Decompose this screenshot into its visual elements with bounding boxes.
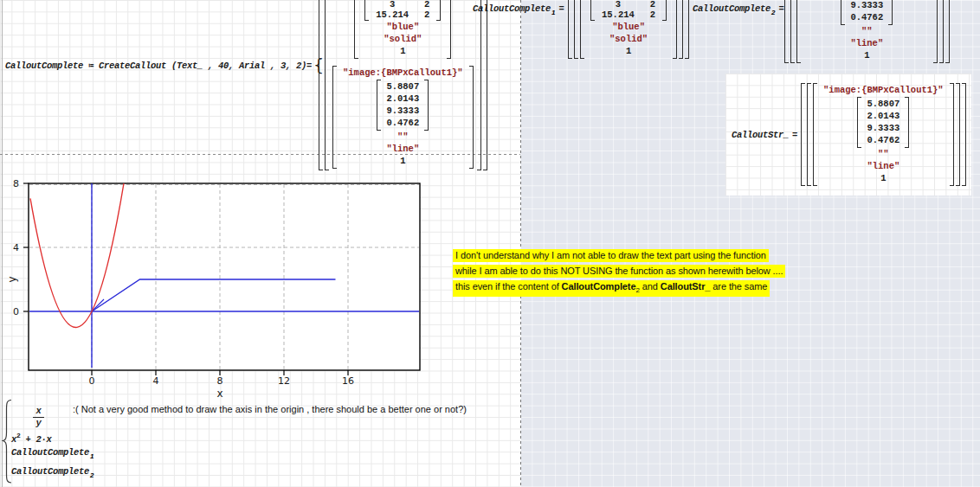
bracket-left-icon: [568, 0, 572, 59]
x-tick-label: 4: [153, 375, 159, 387]
calloutstr-region[interactable]: CalloutStr_ = "image:{BMPxCallout1}" 5.8…: [725, 74, 971, 195]
callout2-label[interactable]: CalloutComplete 2 =: [693, 3, 783, 14]
system-item-callout1[interactable]: CalloutComplete 1: [11, 447, 94, 458]
bracket-left-icon: [319, 0, 323, 170]
poly-rest: + 2·x: [21, 434, 52, 445]
empty-string: "": [878, 149, 889, 160]
style-string: "line": [850, 38, 883, 49]
vector-value: 9.3333: [386, 106, 419, 117]
x-tick-label: 16: [342, 375, 354, 387]
subscript: 1: [551, 9, 555, 16]
subscript: 2: [771, 9, 775, 16]
bracket-right-icon: [685, 0, 689, 59]
bracket-right-icon: [477, 0, 481, 170]
plot-frame: [29, 183, 420, 370]
y-tick-label: 8: [13, 178, 19, 189]
bracket-right-icon: [905, 97, 909, 148]
bracket-right-icon: [939, 0, 944, 63]
bracket-right-icon: [447, 0, 451, 59]
y-axis-label: y: [6, 276, 18, 282]
style-string: "line": [386, 144, 419, 155]
scale-number: 1: [880, 173, 886, 184]
bracket-right-icon: [424, 80, 429, 131]
bracket-right-icon: [956, 83, 960, 186]
style-string: "line": [867, 161, 899, 172]
yellow-note-region[interactable]: I don't understand why I am not able to …: [453, 249, 785, 299]
subscript: 2: [90, 471, 93, 479]
bracket-left-icon: [325, 0, 329, 170]
system-item-callout2[interactable]: CalloutComplete 2: [11, 466, 94, 477]
empty-string: "": [861, 26, 873, 37]
y-tick-label: 4: [13, 242, 19, 253]
x-tick-label: 12: [278, 375, 290, 387]
scale-number: 1: [864, 50, 869, 61]
plain-note-region[interactable]: :( Not a very good method to draw the ax…: [73, 404, 467, 414]
bracket-left-icon: [790, 0, 795, 63]
bracket-left-icon: [801, 83, 805, 186]
calloutstr-result-structure: "image:{BMPxCallout1}" 5.8807 2.0143 9.3…: [801, 83, 966, 186]
bracket-left-icon: [590, 0, 595, 21]
variable-name: CalloutComplete: [11, 466, 89, 477]
bracket-right-icon: [662, 0, 667, 21]
note-line-3: this even if the content of CalloutCompl…: [453, 280, 770, 297]
bracket-left-icon: [574, 0, 578, 59]
bracket-left-icon: [796, 0, 801, 63]
image-string: "image:{BMPxCallout1}": [343, 67, 463, 79]
main-definition-region[interactable]: CalloutComplete ≔ CreateCallout (Text_ ,…: [5, 55, 324, 74]
scale-number: 1: [626, 46, 631, 57]
vector-value: 0.4762: [386, 118, 419, 129]
callout-element-2: "image:{BMPxCallout1}" 5.8807 2.0143 9.3…: [332, 66, 474, 169]
system-item-fraction[interactable]: x y: [33, 401, 44, 428]
callout-element-2: "image:{BMPxCallout1}" 5.8807 2.0143 9.3…: [796, 0, 938, 63]
color-string: "blue": [386, 22, 419, 33]
callout1-result-structure[interactable]: 3 2 15.214 2 "blue" "solid" 1: [568, 0, 689, 59]
bracket-right-icon: [436, 0, 441, 21]
bracket-right-icon: [679, 0, 683, 59]
callout1-label[interactable]: CalloutComplete 1 =: [473, 3, 564, 14]
matrix-cell: 15.214: [376, 10, 409, 20]
bracket-right-icon: [933, 0, 938, 63]
bracket-left-icon: [784, 0, 789, 63]
vector-value: 9.3333: [867, 123, 899, 134]
main-result-structure[interactable]: 3 2 15.214 2 "blue" "solid" 1: [319, 0, 487, 170]
bracket-right-icon: [673, 0, 677, 59]
callout-element-2: "image:{BMPxCallout1}" 5.8807 2.0143 9.3…: [813, 83, 954, 186]
bracket-left-icon: [377, 80, 381, 131]
bracket-left-icon: [813, 83, 817, 186]
bracket-right-icon: [483, 0, 487, 170]
bracket-right-icon: [950, 83, 954, 186]
fraction-denominator: y: [35, 419, 41, 428]
bracket-left-icon: [332, 66, 337, 169]
xy-plot-region[interactable]: 8 4 0 0 4 8 12 16 x y: [0, 177, 433, 400]
note-line-2: while I am able to do this NOT USING the…: [453, 265, 785, 278]
callout2-result-structure[interactable]: "image:{BMPxCallout1}" 5.8807 2.0143 9.3…: [784, 0, 950, 63]
matrix-cell: 3: [616, 0, 621, 10]
x-tick-label: 0: [89, 375, 95, 387]
page-margin-line[interactable]: [520, 0, 521, 487]
system-item-polynomial[interactable]: x2 + 2·x: [11, 430, 52, 445]
y-tick-label: 0: [13, 306, 19, 317]
fraction-numerator: x: [35, 407, 41, 416]
variable-name: CalloutComplete: [473, 3, 551, 14]
x-axis-label: x: [216, 388, 222, 400]
image-string: "image:{BMPxCallout1}": [823, 85, 944, 96]
callout-element-1: 3 2 15.214 2 "blue" "solid" 1: [354, 0, 451, 59]
equals-sign: =: [558, 3, 564, 14]
matrix-cell: 3: [390, 0, 395, 10]
vector-value: 5.8807: [386, 81, 419, 93]
poly-exponent: 2: [16, 432, 21, 439]
scale-number: 1: [400, 46, 405, 57]
style-string: "solid": [384, 34, 422, 45]
variable-name: CalloutComplete: [693, 3, 770, 14]
vector-value: 0.4762: [850, 12, 883, 23]
variable-name: CalloutComplete: [11, 447, 89, 458]
bracket-left-icon: [364, 0, 369, 21]
variable-name: CalloutStr_: [732, 130, 789, 140]
style-string: "solid": [609, 34, 648, 45]
vector-value: 9.3333: [850, 0, 883, 11]
vector-value: 2.0143: [386, 93, 419, 105]
vector-value: 2.0143: [867, 111, 899, 122]
equals-sign: =: [792, 130, 797, 140]
bracket-right-icon: [962, 83, 966, 186]
vector-value: 5.8807: [867, 99, 899, 110]
